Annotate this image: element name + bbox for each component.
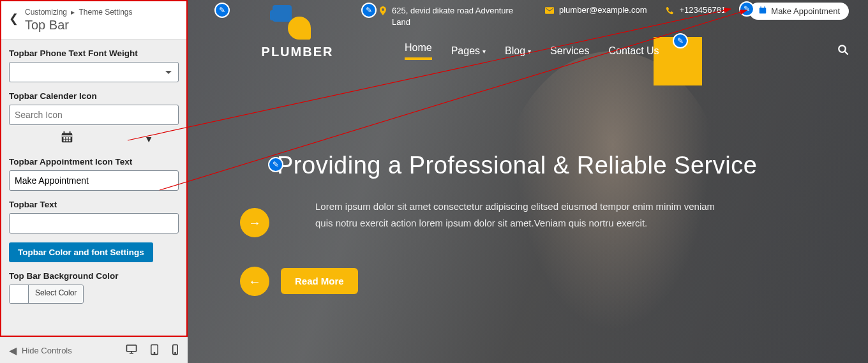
phone-weight-select[interactable] <box>9 62 179 82</box>
calendar-icon-label: Topbar Calender Icon <box>9 91 179 101</box>
svg-rect-9 <box>69 140 71 142</box>
nav-contact-label: Contact Us <box>608 45 659 57</box>
topbar-email-text: plumber@example.com <box>559 5 647 15</box>
svg-rect-10 <box>127 345 137 352</box>
svg-rect-18 <box>761 6 761 8</box>
svg-rect-8 <box>66 140 68 142</box>
read-more-button[interactable]: Read More <box>281 268 358 294</box>
topbar-text-input[interactable] <box>9 213 179 233</box>
back-button[interactable]: ❮ <box>9 11 19 26</box>
svg-point-20 <box>839 45 846 52</box>
collapse-icon: ◀ <box>9 344 17 357</box>
appointment-text-input[interactable] <box>9 170 179 191</box>
nav-pages-label: Pages <box>451 45 480 57</box>
nav-home-label: Home <box>405 42 432 54</box>
hide-controls-label: Hide Controls <box>22 346 72 355</box>
svg-rect-19 <box>765 6 765 8</box>
appointment-button[interactable]: Make Appointment <box>749 3 849 20</box>
svg-rect-6 <box>69 137 71 139</box>
topbar-text-label: Topbar Text <box>9 200 179 209</box>
desktop-preview-icon[interactable] <box>126 344 137 357</box>
svg-rect-1 <box>64 131 65 135</box>
customizer-panel: ❮ Customizing ▸ Theme Settings Top Bar T… <box>0 0 188 337</box>
panel-title: Top Bar <box>25 18 179 33</box>
bg-color-picker[interactable]: Select Color <box>9 285 84 304</box>
select-color-label: Select Color <box>29 285 83 303</box>
hero-description: Lorem ipsum dolor sit amet consectetur a… <box>315 198 724 231</box>
topbar-address: 625, devid dikate road Adventure Land <box>379 5 526 28</box>
site-nav: Home Pages▾ Blog▾ Services Contact Us <box>405 42 849 60</box>
breadcrumb-separator-icon: ▸ <box>71 8 75 17</box>
svg-point-14 <box>154 352 155 353</box>
svg-line-21 <box>844 51 848 54</box>
hide-controls-button[interactable]: ◀ Hide Controls <box>9 344 72 357</box>
edit-shortcut-icon[interactable]: ✎ <box>361 3 377 18</box>
appointment-button-label: Make Appointment <box>771 6 840 16</box>
slider-prev-button[interactable]: ← <box>240 267 269 296</box>
svg-rect-5 <box>66 137 68 139</box>
breadcrumb-section: Theme Settings <box>79 8 133 17</box>
color-font-settings-button[interactable]: Topbar Color and font Settings <box>9 242 153 262</box>
site-preview: PLUMBER 625, devid dikate road Adventure… <box>188 0 868 363</box>
mobile-preview-icon[interactable] <box>172 344 179 357</box>
hero-section: Providing a Professional & Reliable Serv… <box>277 152 830 231</box>
topbar-phone-text: +123456781 <box>679 5 726 15</box>
chevron-down-icon: ▾ <box>528 48 531 55</box>
phone-weight-label: Topbar Phone Text Font Weight <box>9 48 179 58</box>
nav-home[interactable]: Home <box>405 42 432 60</box>
edit-shortcut-icon[interactable]: ✎ <box>673 33 688 48</box>
topbar-address-text: 625, devid dikate road Adventure Land <box>392 5 526 28</box>
nav-blog[interactable]: Blog▾ <box>505 45 531 57</box>
breadcrumb-prefix: Customizing <box>25 8 67 17</box>
tablet-preview-icon[interactable] <box>150 344 159 357</box>
calendar-icon-search[interactable] <box>9 105 179 125</box>
chevron-down-icon[interactable]: ▼ <box>144 134 153 144</box>
svg-point-16 <box>175 352 176 353</box>
breadcrumb: Customizing ▸ Theme Settings <box>25 8 179 17</box>
logo-text: PLUMBER <box>262 45 334 59</box>
location-icon <box>379 6 387 17</box>
calendar-icon[interactable] <box>60 130 74 148</box>
svg-rect-7 <box>64 140 66 142</box>
envelope-icon <box>545 6 554 16</box>
customizer-header: ❮ Customizing ▸ Theme Settings Top Bar <box>1 1 186 40</box>
edit-shortcut-icon[interactable]: ✎ <box>739 1 754 17</box>
nav-pages[interactable]: Pages▾ <box>451 45 486 57</box>
edit-shortcut-icon[interactable]: ✎ <box>268 157 283 172</box>
chevron-down-icon: ▾ <box>483 48 486 55</box>
color-swatch <box>10 285 29 303</box>
svg-rect-17 <box>760 8 767 13</box>
nav-blog-label: Blog <box>505 45 525 57</box>
search-icon[interactable] <box>837 44 849 59</box>
nav-services-label: Services <box>550 45 589 57</box>
appointment-text-label: Topbar Appointment Icon Text <box>9 157 179 167</box>
phone-icon <box>666 6 674 17</box>
customizer-footer: ◀ Hide Controls <box>0 337 188 363</box>
slider-next-button[interactable]: → <box>240 208 269 237</box>
topbar-email: plumber@example.com <box>545 5 647 16</box>
calendar-small-icon <box>758 6 767 17</box>
topbar-phone: +123456781 <box>666 5 726 17</box>
nav-services[interactable]: Services <box>550 45 589 57</box>
svg-rect-2 <box>70 131 71 135</box>
svg-rect-3 <box>62 135 73 137</box>
edit-shortcut-icon[interactable]: ✎ <box>214 3 230 18</box>
hero-title: Providing a Professional & Reliable Serv… <box>277 152 830 179</box>
svg-rect-4 <box>64 137 66 139</box>
bg-color-label: Top Bar Background Color <box>9 271 179 281</box>
nav-contact[interactable]: Contact Us <box>608 45 659 57</box>
